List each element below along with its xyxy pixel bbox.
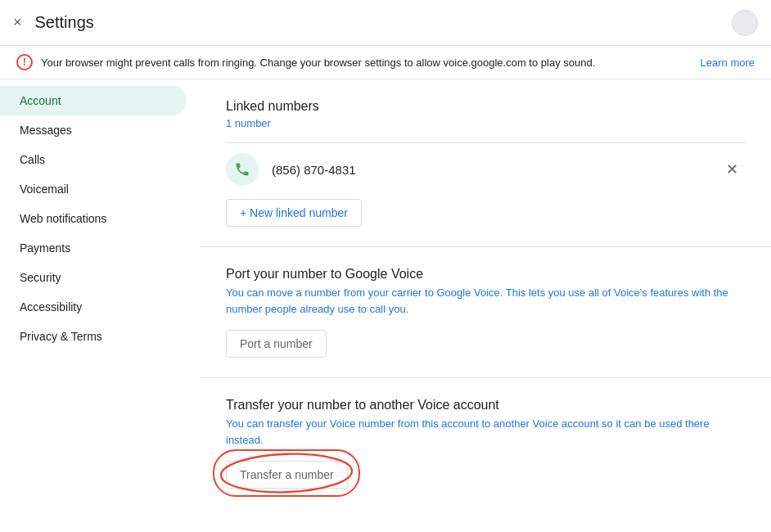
sidebar-item-calls[interactable]: Calls <box>0 145 187 174</box>
new-linked-number-button[interactable]: + New linked number <box>226 199 362 227</box>
phone-icon <box>234 161 250 178</box>
linked-numbers-title: Linked numbers <box>226 99 745 114</box>
linked-numbers-section: Linked numbers 1 number (856) 870-4831 ✕… <box>200 79 771 247</box>
transfer-button-wrapper: Transfer a number <box>226 461 348 489</box>
transfer-section-title: Transfer your number to another Voice ac… <box>226 398 745 413</box>
learn-more-link[interactable]: Learn more <box>701 56 755 69</box>
sidebar-item-label: Accessibility <box>20 300 82 313</box>
sidebar-item-security[interactable]: Security <box>0 263 187 292</box>
linked-number-row: (856) 870-4831 ✕ <box>226 142 745 196</box>
sidebar-item-voicemail[interactable]: Voicemail <box>0 174 187 204</box>
port-number-section: Port your number to Google Voice You can… <box>200 247 771 378</box>
transfer-number-button[interactable]: Transfer a number <box>226 461 348 489</box>
phone-number: (856) 870-4831 <box>272 163 719 177</box>
sidebar-item-web-notifications[interactable]: Web notifications <box>0 204 187 233</box>
sidebar-item-privacy-terms[interactable]: Privacy & Terms <box>0 322 187 351</box>
sidebar-item-label: Web notifications <box>20 212 106 225</box>
port-number-button[interactable]: Port a number <box>226 330 327 358</box>
top-bar: × Settings <box>0 0 771 46</box>
transfer-number-section: Transfer your number to another Voice ac… <box>200 378 771 508</box>
sidebar-item-label: Voicemail <box>20 183 69 196</box>
main-layout: Account Messages Calls Voicemail Web not… <box>0 79 771 529</box>
sidebar-item-accessibility[interactable]: Accessibility <box>0 292 187 322</box>
phone-icon-circle <box>226 153 259 186</box>
port-section-title: Port your number to Google Voice <box>226 267 745 282</box>
transfer-section-description: You can transfer your Voice number from … <box>226 416 745 448</box>
sidebar-item-label: Privacy & Terms <box>20 330 102 343</box>
main-content: Linked numbers 1 number (856) 870-4831 ✕… <box>200 79 771 529</box>
avatar[interactable] <box>732 10 758 36</box>
banner-text: Your browser might prevent calls from ri… <box>41 56 692 69</box>
page-title: Settings <box>35 13 94 32</box>
browser-warning-banner: ! Your browser might prevent calls from … <box>0 46 771 79</box>
warning-icon: ! <box>16 54 33 70</box>
sidebar-item-messages[interactable]: Messages <box>0 115 187 145</box>
remove-number-button[interactable]: ✕ <box>719 157 745 182</box>
linked-numbers-count: 1 number <box>226 117 745 129</box>
close-icon[interactable]: × <box>13 14 22 31</box>
sidebar-item-payments[interactable]: Payments <box>0 233 187 263</box>
sidebar-item-label: Payments <box>20 241 70 255</box>
sidebar: Account Messages Calls Voicemail Web not… <box>0 79 200 529</box>
sidebar-item-label: Security <box>20 271 61 284</box>
port-section-description: You can move a number from your carrier … <box>226 285 745 317</box>
sidebar-item-label: Account <box>20 94 61 107</box>
sidebar-item-label: Calls <box>20 153 45 166</box>
sidebar-item-account[interactable]: Account <box>0 86 187 115</box>
sidebar-item-label: Messages <box>20 124 72 137</box>
